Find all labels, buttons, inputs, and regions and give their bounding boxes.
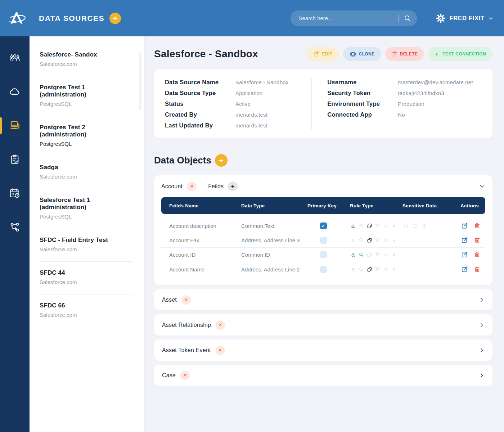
list-item[interactable]: SFDC 44 Salesforce.com [40, 262, 133, 294]
table-row: Account Name Address. Address Line 2 a [161, 262, 485, 276]
search-icon[interactable] [358, 223, 364, 229]
object-card-asset-relationship[interactable]: Asset Relationship ✕ [154, 314, 492, 336]
cloud-icon [9, 86, 21, 97]
copy-icon[interactable] [366, 266, 373, 273]
chevron-right-icon[interactable] [479, 297, 485, 303]
chevron-down-icon[interactable] [479, 183, 485, 189]
edit-field-button[interactable] [461, 237, 468, 244]
branch-icon[interactable] [374, 237, 381, 244]
branch-icon[interactable] [374, 252, 381, 258]
letter-a-icon[interactable]: a [350, 223, 356, 229]
trash-icon [392, 51, 397, 57]
table-row: Account Fax Address. Address Line 3 a [161, 233, 485, 248]
nav-workflow[interactable] [0, 221, 30, 233]
nav-audit[interactable] [0, 154, 30, 165]
primary-key-checkbox[interactable] [320, 237, 327, 244]
test-connection-button[interactable]: TEST CONNECTION [428, 47, 492, 61]
top-header: DATA SOURCES + FRED FIXIT [0, 0, 504, 36]
branch-icon[interactable] [374, 266, 381, 273]
letter-a-icon[interactable]: a [350, 237, 356, 244]
list-item[interactable]: SFDC 66 Salesforce.com [40, 294, 133, 327]
play-icon[interactable] [391, 223, 397, 229]
copy-icon[interactable] [366, 237, 373, 244]
edit-field-button[interactable] [461, 222, 468, 229]
object-card-case[interactable]: Case ✕ [154, 365, 492, 386]
search-box[interactable] [291, 10, 417, 26]
source-type: Salesforce.com [40, 246, 133, 252]
edit-button[interactable]: EDIT [307, 47, 339, 61]
object-card-asset[interactable]: Asset ✕ [154, 289, 492, 310]
data-source-list: Salesforce- Sandox Salesforce.com Postgr… [30, 36, 144, 432]
remove-object-button[interactable]: ✕ [187, 182, 197, 191]
chevron-right-icon[interactable] [479, 347, 485, 353]
field-name: Account Name [161, 266, 235, 273]
nav-data-sources[interactable] [0, 120, 30, 131]
add-data-object-button[interactable]: + [215, 154, 228, 167]
search-icon[interactable] [358, 252, 364, 258]
source-info-card: Data Source Name Salesforce - Sandbox Da… [154, 69, 492, 138]
delete-field-button[interactable] [474, 251, 480, 258]
copy-icon[interactable] [366, 252, 373, 258]
nav-team[interactable] [0, 52, 30, 64]
copy-icon[interactable] [366, 223, 373, 229]
diamond-icon[interactable] [383, 266, 389, 273]
delete-field-button[interactable] [474, 222, 480, 229]
object-name: Asset Relationship [162, 322, 211, 328]
nav-schedule[interactable] [0, 188, 30, 199]
primary-key-checkbox[interactable] [320, 251, 327, 258]
diamond-icon[interactable] [383, 252, 389, 258]
edit-field-button[interactable] [461, 266, 468, 273]
letter-a-icon[interactable]: a [350, 252, 356, 258]
field-name: Account Fax [161, 237, 235, 243]
add-data-source-button[interactable]: + [109, 13, 121, 24]
table-header-row: Feilds Name Data Type Primary Key Rule T… [161, 197, 485, 214]
diamond-icon[interactable] [383, 223, 389, 229]
column-header: Sensitive Data [397, 203, 453, 208]
nav-cloud[interactable] [0, 86, 30, 98]
data-objects-title: Data Objects [154, 155, 211, 166]
workflow-icon [9, 221, 20, 233]
list-item[interactable]: SFDC - Field Entry Test Salesforce.com [40, 229, 133, 262]
remove-object-button[interactable]: ✕ [216, 346, 225, 355]
list-item[interactable]: Sadga Salesforce.com [40, 156, 133, 189]
delete-field-button[interactable] [474, 266, 480, 273]
remove-object-button[interactable]: ✕ [180, 371, 190, 380]
delete-button[interactable]: DELETE [385, 47, 424, 61]
object-header[interactable]: Account ✕ Feilds + [161, 175, 485, 197]
play-icon[interactable] [391, 252, 397, 258]
delete-field-button[interactable] [474, 237, 480, 244]
search-input[interactable] [298, 15, 396, 21]
info-value: No [398, 112, 405, 118]
column-header: Data Type [235, 203, 303, 208]
list-item[interactable]: Postgres Test 1 (administration) Postgre… [40, 76, 133, 116]
play-icon[interactable] [391, 237, 397, 244]
remove-object-button[interactable]: ✕ [181, 295, 191, 305]
list-item[interactable]: Postgres Test 2 (administration) Postgre… [40, 116, 133, 156]
letter-a-icon[interactable]: a [350, 266, 356, 273]
list-scrollbar[interactable] [139, 53, 141, 109]
list-item[interactable]: Salesforce- Sandox Salesforce.com [40, 44, 133, 76]
diamond-icon[interactable] [383, 237, 389, 244]
user-menu[interactable]: FRED FIXIT [436, 13, 493, 23]
source-type: Salesforce.com [40, 174, 133, 180]
search-icon[interactable] [358, 266, 364, 273]
chevron-right-icon[interactable] [479, 322, 485, 328]
add-field-button[interactable]: + [228, 181, 238, 191]
clipboard-plus-icon[interactable] [403, 223, 409, 229]
branch-icon[interactable] [374, 223, 381, 229]
info-value: masterdev@dev.acmedate.net [398, 79, 473, 85]
primary-key-checkbox[interactable] [320, 266, 327, 273]
person-icon[interactable] [422, 223, 427, 229]
clone-button[interactable]: CLONE [343, 47, 381, 61]
info-label: Created By [165, 111, 235, 118]
edit-field-button[interactable] [461, 251, 468, 258]
chevron-right-icon[interactable] [479, 373, 485, 378]
play-icon[interactable] [391, 266, 397, 273]
card-icon[interactable] [412, 223, 418, 229]
remove-object-button[interactable]: ✕ [216, 320, 225, 330]
search-icon[interactable] [404, 14, 411, 22]
list-item[interactable]: Salesforce Test 1 (administration) Postg… [40, 189, 133, 229]
object-card-asset-token-event[interactable]: Asset Token Event ✕ [154, 339, 492, 361]
search-icon[interactable] [358, 237, 364, 244]
primary-key-checkbox[interactable] [320, 222, 327, 229]
